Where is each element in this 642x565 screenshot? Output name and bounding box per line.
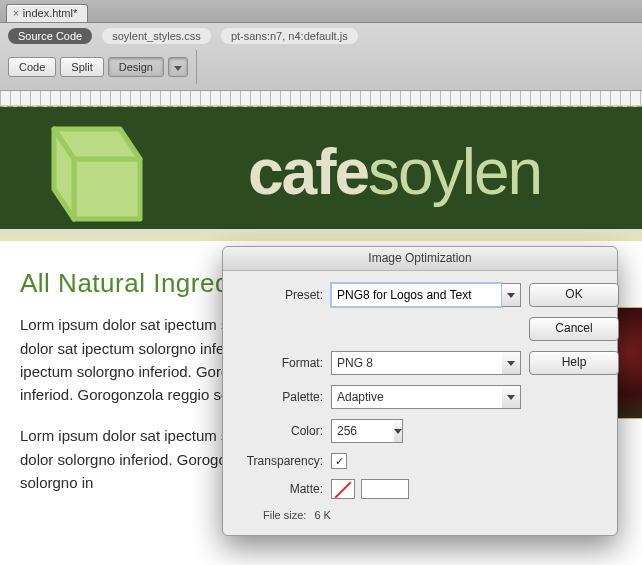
close-icon[interactable]: × [13,8,19,19]
logotype-part1: cafe [248,136,368,208]
pill-source-code[interactable]: Source Code [8,28,92,44]
help-button[interactable]: Help [529,351,619,375]
palette-value: Adaptive [331,385,502,409]
filesize-value: 6 K [314,509,331,521]
related-files-row: Source Code soylent_styles.css pt-sans:n… [8,28,634,44]
image-optimization-dialog: Image Optimization Preset: OK Cancel For… [222,246,618,536]
chevron-down-icon[interactable] [502,283,521,307]
label-color: Color: [237,424,323,438]
dialog-title: Image Optimization [223,247,617,271]
color-select[interactable]: 256 [331,419,401,443]
cube-logo-icon [44,115,164,225]
toolbar-separator [196,50,197,84]
preset-combobox[interactable] [331,283,521,307]
matte-color-swatch[interactable] [361,479,409,499]
site-logotype: cafesoylen [248,135,541,209]
view-code-button[interactable]: Code [8,57,56,77]
toolbar: Source Code soylent_styles.css pt-sans:n… [0,23,642,91]
label-palette: Palette: [237,390,323,404]
matte-none-swatch[interactable] [331,479,355,499]
svg-marker-0 [74,159,140,219]
preset-input[interactable] [331,283,502,307]
document-tab[interactable]: × index.html* [6,4,88,22]
transparency-checkbox[interactable]: ✓ [331,453,347,469]
document-tabbar: × index.html* [0,0,642,23]
label-preset: Preset: [237,288,323,302]
view-design-button[interactable]: Design [108,57,164,77]
site-banner: cafesoylen [0,106,642,237]
label-transparency: Transparency: [237,454,323,468]
cancel-button[interactable]: Cancel [529,317,619,341]
view-design-menu-button[interactable] [168,57,188,77]
view-split-button[interactable]: Split [60,57,103,77]
palette-select[interactable]: Adaptive [331,385,521,409]
label-matte: Matte: [237,482,323,496]
format-select[interactable]: PNG 8 [331,351,521,375]
banner-dots [0,103,642,109]
logotype-part2: soylen [368,136,541,208]
pill-script[interactable]: pt-sans:n7, n4:default.js [221,28,358,44]
view-mode-row: Code Split Design [8,50,634,84]
pill-stylesheet[interactable]: soylent_styles.css [102,28,211,44]
document-tab-label: index.html* [23,7,77,19]
label-filesize: File size: [263,509,306,521]
format-value: PNG 8 [331,351,502,375]
chevron-down-icon[interactable] [502,351,521,375]
ok-button[interactable]: OK [529,283,619,307]
chevron-down-icon[interactable] [502,385,521,409]
label-format: Format: [237,356,323,370]
chevron-down-icon[interactable] [394,419,403,443]
color-value: 256 [331,419,394,443]
